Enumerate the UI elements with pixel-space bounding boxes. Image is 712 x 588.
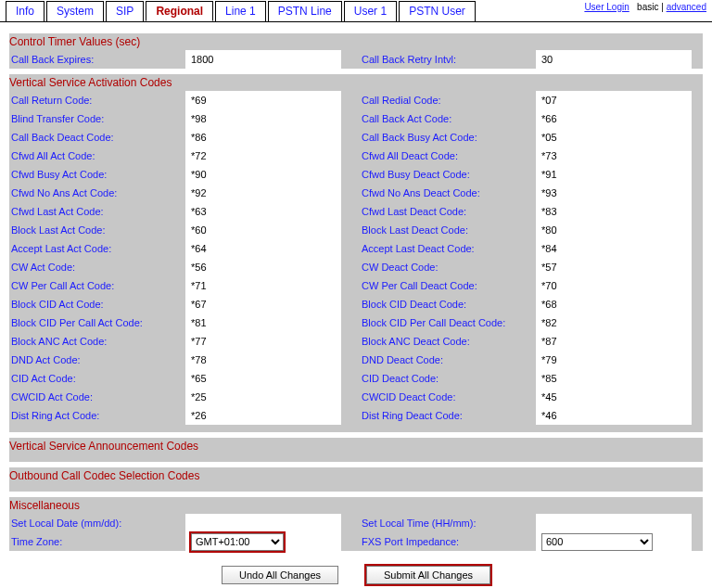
input-vsac-3-l[interactable]	[191, 147, 330, 164]
label-vsac-11-l: Block CID Act Code:	[9, 295, 185, 313]
label-vsac-4-l: Cfwd Busy Act Code:	[9, 165, 185, 184]
basic-link[interactable]: basic	[637, 2, 658, 12]
label-vsac-2-r: Call Back Busy Act Code:	[360, 128, 536, 147]
label-vsac-9-r: CW Deact Code:	[360, 258, 536, 276]
input-vsac-16-l[interactable]	[191, 389, 330, 405]
label-vsac-16-r: CWCID Deact Code:	[360, 388, 536, 406]
label-vsac-3-r: Cfwd All Deact Code:	[360, 147, 536, 165]
input-vsac-1-l[interactable]	[191, 110, 330, 127]
undo-button[interactable]: Undo All Changes	[222, 566, 338, 584]
label-vsac-1-l: Blind Transfer Code:	[9, 109, 185, 128]
input-vsac-1-r[interactable]	[541, 110, 680, 127]
label-misc-0-r: Set Local Time (HH/mm):	[360, 514, 536, 532]
submit-button[interactable]: Submit All Changes	[366, 566, 490, 584]
input-vsac-14-l[interactable]	[191, 352, 330, 368]
input-vsac-0-l[interactable]	[191, 92, 330, 109]
input-vsac-7-r[interactable]	[541, 222, 680, 238]
label-vsac-9-l: CW Act Code:	[9, 258, 185, 276]
label-vsac-14-l: DND Act Code:	[9, 351, 185, 369]
section-vsan: Vertical Service Announcement Codes	[9, 438, 703, 454]
tab-regional[interactable]: Regional	[146, 1, 213, 21]
input-vsac-5-r[interactable]	[541, 185, 680, 201]
input-misc-0-l[interactable]	[191, 515, 330, 531]
section-misc: Miscellaneous	[9, 497, 703, 514]
input-vsac-13-r[interactable]	[541, 333, 680, 350]
label-vsac-12-l: Block CID Per Call Act Code:	[9, 313, 185, 332]
label-vsac-6-l: Cfwd Last Act Code:	[9, 202, 185, 221]
label-vsac-8-l: Accept Last Act Code:	[9, 239, 185, 258]
input-vsac-0-r[interactable]	[541, 92, 680, 109]
input-vsac-9-l[interactable]	[191, 259, 330, 275]
label-fxs-impedance: FXS Port Impedance:	[360, 532, 536, 551]
input-vsac-13-l[interactable]	[191, 333, 330, 350]
label-vsac-5-l: Cfwd No Ans Act Code:	[9, 184, 185, 202]
input-ctr-0-r[interactable]	[541, 51, 680, 68]
tab-info[interactable]: Info	[6, 1, 44, 21]
input-vsac-8-l[interactable]	[191, 240, 330, 257]
tab-pstn-line[interactable]: PSTN Line	[268, 1, 342, 21]
input-vsac-16-r[interactable]	[541, 389, 680, 405]
label-vsac-4-r: Cfwd Busy Deact Code:	[360, 165, 536, 184]
input-vsac-11-l[interactable]	[191, 296, 330, 313]
input-vsac-4-r[interactable]	[541, 166, 680, 183]
label-vsac-12-r: Block CID Per Call Deact Code:	[360, 313, 536, 332]
label-vsac-10-r: CW Per Call Deact Code:	[360, 276, 536, 295]
input-vsac-6-r[interactable]	[541, 203, 680, 220]
input-vsac-10-r[interactable]	[541, 277, 680, 294]
label-vsac-1-r: Call Back Act Code:	[360, 109, 536, 128]
label-vsac-0-l: Call Return Code:	[9, 91, 185, 109]
input-vsac-15-l[interactable]	[191, 370, 330, 387]
input-vsac-17-r[interactable]	[541, 407, 680, 424]
input-vsac-17-l[interactable]	[191, 407, 330, 424]
label-vsac-3-l: Cfwd All Act Code:	[9, 147, 185, 165]
label-vsac-7-r: Block Last Deact Code:	[360, 221, 536, 239]
input-vsac-15-r[interactable]	[541, 370, 680, 387]
label-ctr-0-r: Call Back Retry Intvl:	[360, 50, 536, 69]
input-vsac-12-r[interactable]	[541, 314, 680, 331]
label-vsac-10-l: CW Per Call Act Code:	[9, 276, 185, 295]
advanced-link[interactable]: advanced	[667, 2, 706, 12]
tab-line-1[interactable]: Line 1	[215, 1, 266, 21]
input-misc-0-r[interactable]	[541, 515, 680, 531]
label-vsac-2-l: Call Back Deact Code:	[9, 128, 185, 147]
label-vsac-0-r: Call Redial Code:	[360, 91, 536, 109]
input-vsac-8-r[interactable]	[541, 240, 680, 257]
input-vsac-6-l[interactable]	[191, 203, 330, 220]
label-vsac-5-r: Cfwd No Ans Deact Code:	[360, 184, 536, 202]
label-vsac-14-r: DND Deact Code:	[360, 351, 536, 369]
label-misc-0-l: Set Local Date (mm/dd):	[9, 514, 185, 532]
tab-system[interactable]: System	[46, 1, 104, 21]
input-vsac-5-l[interactable]	[191, 185, 330, 201]
label-vsac-17-r: Dist Ring Deact Code:	[360, 406, 536, 425]
input-vsac-10-l[interactable]	[191, 277, 330, 294]
input-vsac-7-l[interactable]	[191, 222, 330, 238]
input-vsac-4-l[interactable]	[191, 166, 330, 183]
section-occ: Outbound Call Codec Selection Codes	[9, 467, 703, 484]
select-time-zone[interactable]: GMT+01:00	[191, 533, 284, 551]
user-login-link[interactable]: User Login	[584, 2, 629, 12]
input-vsac-12-l[interactable]	[191, 314, 330, 331]
input-vsac-11-r[interactable]	[541, 296, 680, 313]
input-vsac-14-r[interactable]	[541, 352, 680, 368]
tab-sip[interactable]: SIP	[106, 1, 144, 21]
tab-user-1[interactable]: User 1	[344, 1, 397, 21]
label-vsac-7-l: Block Last Act Code:	[9, 221, 185, 239]
label-vsac-13-l: Block ANC Act Code:	[9, 332, 185, 351]
input-ctr-0-l[interactable]	[191, 51, 330, 68]
label-vsac-15-r: CID Deact Code:	[360, 369, 536, 388]
label-vsac-15-l: CID Act Code:	[9, 369, 185, 388]
section-vsac: Vertical Service Activation Codes	[9, 74, 703, 91]
label-time-zone: Time Zone:	[9, 532, 185, 551]
select-fxs-impedance[interactable]: 600	[541, 533, 653, 551]
label-vsac-11-r: Block CID Deact Code:	[360, 295, 536, 313]
label-ctr-0-l: Call Back Expires:	[9, 50, 185, 69]
label-vsac-16-l: CWCID Act Code:	[9, 388, 185, 406]
input-vsac-2-l[interactable]	[191, 129, 330, 146]
label-vsac-17-l: Dist Ring Act Code:	[9, 406, 185, 425]
tab-pstn-user[interactable]: PSTN User	[399, 1, 476, 21]
input-vsac-3-r[interactable]	[541, 147, 680, 164]
input-vsac-2-r[interactable]	[541, 129, 680, 146]
input-vsac-9-r[interactable]	[541, 259, 680, 275]
label-vsac-13-r: Block ANC Deact Code:	[360, 332, 536, 351]
top-links: User Login basic | advanced	[578, 0, 712, 14]
